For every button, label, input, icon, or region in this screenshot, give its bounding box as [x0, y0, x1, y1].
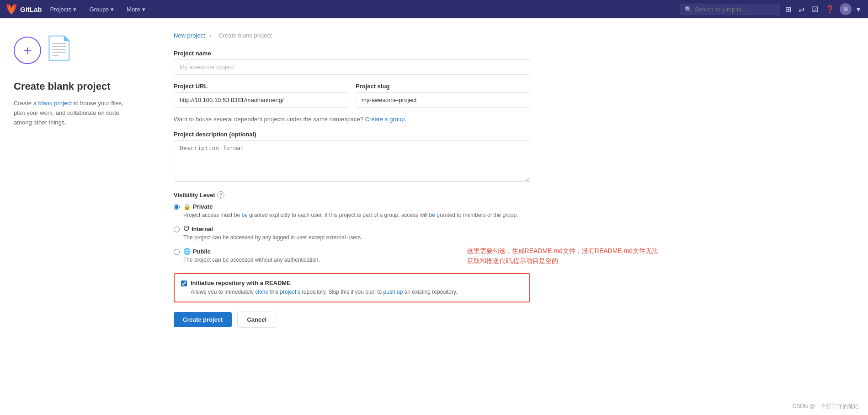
visibility-internal-item[interactable]: 🛡 Internal The project can be accessed b… [174, 226, 530, 242]
namespace-helper: Want to house several dependent projects… [174, 116, 530, 123]
navbar: GitLab Projects ▾ Groups ▾ More ▾ 🔍 ⊞ ⇄ … [0, 0, 868, 18]
create-project-button[interactable]: Create project [174, 312, 232, 327]
project-name-label: Project name [174, 50, 530, 57]
visibility-private-label: 🔒 Private Project access must be be gran… [183, 203, 518, 219]
left-panel: ＋ 📄 Create blank project Create a blank … [0, 18, 146, 415]
nav-right: 🔍 ⊞ ⇄ ☑ ❓ M ▾ [680, 3, 863, 15]
readme-desc-link1[interactable]: clone [255, 289, 268, 295]
gitlab-icon [5, 3, 17, 15]
form-section: Project name Project URL Project slug Wa… [174, 50, 530, 328]
project-description-input[interactable] [174, 140, 530, 182]
visibility-title: Visibility Level ? [174, 191, 530, 199]
visibility-internal-label: 🛡 Internal The project can be accessed b… [183, 226, 362, 242]
avatar[interactable]: M [840, 3, 852, 15]
globe-icon: 🌐 [183, 248, 191, 255]
annotation-text: 这里需要勾选，生成README.md文件，没有README.md文件无法 获取和… [467, 246, 658, 266]
cancel-button[interactable]: Cancel [237, 312, 276, 328]
visibility-internal-title: 🛡 Internal [183, 226, 362, 232]
visibility-private-desc: Project access must be be granted explic… [183, 211, 518, 219]
visibility-public-label: 🌐 Public The project can be accessed wit… [183, 248, 320, 264]
nav-groups[interactable]: Groups ▾ [85, 6, 118, 13]
visibility-public-desc: The project can be accessed without any … [183, 256, 320, 264]
left-description: Create a blank project to house your fil… [14, 99, 132, 127]
right-panel: New project › Create blank project Proje… [146, 18, 868, 415]
search-box[interactable]: 🔍 [680, 4, 780, 15]
readme-checkbox-row: Initialize repository with a README Allo… [181, 280, 523, 296]
readme-desc-link3[interactable]: push up [383, 289, 403, 295]
search-icon: 🔍 [685, 6, 692, 13]
search-input[interactable] [695, 6, 772, 13]
visibility-internal-desc: The project can be accessed by any logge… [183, 233, 362, 242]
document-icon: 📄 [45, 35, 73, 61]
blank-project-link[interactable]: blank project [38, 100, 72, 107]
project-description-group: Project description (optional) [174, 131, 530, 183]
visibility-public-title: 🌐 Public [183, 248, 320, 255]
project-url-group: Project URL [174, 83, 348, 108]
readme-title: Initialize repository with a README [191, 280, 457, 286]
new-item-icon[interactable]: ⊞ [783, 5, 793, 14]
visibility-help-icon[interactable]: ? [217, 191, 224, 199]
plus-circle-icon: ＋ [14, 37, 41, 64]
create-group-link[interactable]: Create a group. [365, 116, 406, 123]
nav-projects[interactable]: Projects ▾ [46, 6, 81, 13]
project-url-input[interactable] [174, 92, 348, 108]
page-wrapper: ＋ 📄 Create blank project Create a blank … [0, 18, 868, 415]
visibility-private-radio[interactable] [174, 204, 180, 210]
brand-logo[interactable]: GitLab [5, 3, 42, 15]
breadcrumb-parent[interactable]: New project [174, 32, 205, 39]
readme-checkbox[interactable] [181, 280, 187, 286]
readme-desc-link2[interactable]: project's [280, 289, 300, 295]
button-row: Create project Cancel [174, 312, 530, 328]
project-slug-input[interactable] [356, 92, 530, 108]
url-slug-row: Project URL Project slug [174, 83, 530, 116]
footer-note: CSDN @一个打工仔的笔记 [792, 403, 859, 410]
todo-icon[interactable]: ☑ [809, 5, 820, 14]
private-desc-link1[interactable]: be [241, 212, 247, 218]
project-url-label: Project URL [174, 83, 348, 90]
icon-wrapper: ＋ 📄 [14, 37, 73, 71]
shield-icon: 🛡 [183, 226, 189, 232]
visibility-public-radio[interactable] [174, 249, 180, 255]
project-name-group: Project name [174, 50, 530, 75]
visibility-internal-radio[interactable] [174, 226, 180, 232]
readme-wrapper: Initialize repository with a README Allo… [174, 273, 530, 302]
help-icon[interactable]: ❓ [823, 5, 837, 14]
visibility-private-title: 🔒 Private [183, 203, 518, 210]
left-title: Create blank project [14, 81, 111, 92]
project-description-label: Project description (optional) [174, 131, 530, 138]
lock-icon: 🔒 [183, 203, 191, 210]
private-desc-link2[interactable]: be [429, 212, 435, 218]
merge-request-icon[interactable]: ⇄ [796, 5, 807, 14]
project-slug-group: Project slug [356, 83, 530, 108]
breadcrumb-current: Create blank project [218, 32, 272, 39]
readme-section: Initialize repository with a README Allo… [174, 273, 530, 302]
project-name-input[interactable] [174, 59, 530, 75]
readme-desc: Allows you to immediately clone this pro… [191, 288, 457, 296]
visibility-private-item[interactable]: 🔒 Private Project access must be be gran… [174, 203, 530, 219]
readme-label: Initialize repository with a README Allo… [191, 280, 457, 296]
project-slug-label: Project slug [356, 83, 530, 90]
breadcrumb: New project › Create blank project [174, 32, 841, 39]
breadcrumb-separator: › [209, 32, 211, 39]
user-chevron-icon[interactable]: ▾ [854, 5, 863, 14]
nav-more[interactable]: More ▾ [122, 6, 150, 13]
